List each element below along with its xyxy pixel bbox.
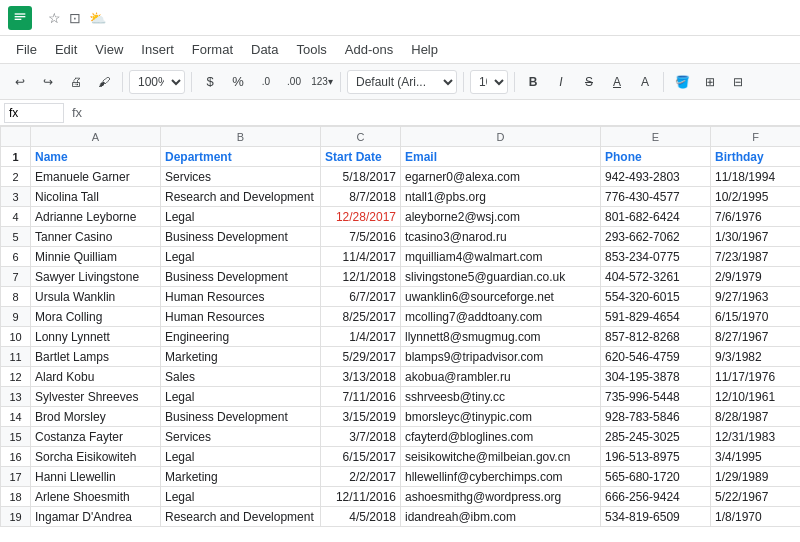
menu-tools[interactable]: Tools xyxy=(288,40,334,59)
cell-phone[interactable]: 293-662-7062 xyxy=(601,227,711,247)
menu-addons[interactable]: Add-ons xyxy=(337,40,401,59)
cell-email[interactable]: tcasino3@narod.ru xyxy=(401,227,601,247)
menu-insert[interactable]: Insert xyxy=(133,40,182,59)
cell-start-date[interactable]: 4/5/2018 xyxy=(321,507,401,527)
col-header-d[interactable]: D xyxy=(401,127,601,147)
cell-birthday[interactable]: 2/9/1979 xyxy=(711,267,801,287)
col-header-f[interactable]: F xyxy=(711,127,801,147)
currency-button[interactable]: $ xyxy=(198,70,222,94)
cell-birthday[interactable]: 9/27/1963 xyxy=(711,287,801,307)
cell-email[interactable]: blamps9@tripadvisor.com xyxy=(401,347,601,367)
menu-format[interactable]: Format xyxy=(184,40,241,59)
cell-start-date[interactable]: 8/7/2018 xyxy=(321,187,401,207)
cell-birthday[interactable]: 7/6/1976 xyxy=(711,207,801,227)
cell-department[interactable]: Legal xyxy=(161,247,321,267)
cell-email[interactable]: bmorsleyc@tinypic.com xyxy=(401,407,601,427)
cell-start-date[interactable]: 6/15/2017 xyxy=(321,447,401,467)
decimal-less-button[interactable]: .0 xyxy=(254,70,278,94)
cell-phone[interactable]: 554-320-6015 xyxy=(601,287,711,307)
cell-name[interactable]: Emanuele Garner xyxy=(31,167,161,187)
cell-department[interactable]: Sales xyxy=(161,367,321,387)
cell-birthday[interactable]: 5/22/1967 xyxy=(711,487,801,507)
cell-email[interactable]: llynnett8@smugmug.com xyxy=(401,327,601,347)
cell-name[interactable]: Sylvester Shreeves xyxy=(31,387,161,407)
cell-phone[interactable]: Phone xyxy=(601,147,711,167)
redo-button[interactable]: ↪ xyxy=(36,70,60,94)
cell-phone[interactable]: 620-546-4759 xyxy=(601,347,711,367)
cell-birthday[interactable]: 12/10/1961 xyxy=(711,387,801,407)
cell-name[interactable]: Costanza Fayter xyxy=(31,427,161,447)
italic-button[interactable]: I xyxy=(549,70,573,94)
cell-birthday[interactable]: 8/28/1987 xyxy=(711,407,801,427)
col-header-a[interactable]: A xyxy=(31,127,161,147)
cell-department[interactable]: Business Development xyxy=(161,407,321,427)
cell-email[interactable]: mcolling7@addtoany.com xyxy=(401,307,601,327)
col-header-b[interactable]: B xyxy=(161,127,321,147)
cell-start-date[interactable]: Start Date xyxy=(321,147,401,167)
cell-email[interactable]: Email xyxy=(401,147,601,167)
cell-department[interactable]: Department xyxy=(161,147,321,167)
format-number-button[interactable]: 123▾ xyxy=(310,70,334,94)
cell-name[interactable]: Nicolina Tall xyxy=(31,187,161,207)
cell-email[interactable]: mquilliam4@walmart.com xyxy=(401,247,601,267)
cell-name[interactable]: Name xyxy=(31,147,161,167)
bold-button[interactable]: B xyxy=(521,70,545,94)
formula-input[interactable] xyxy=(90,106,796,120)
cell-phone[interactable]: 304-195-3878 xyxy=(601,367,711,387)
cell-reference-input[interactable] xyxy=(4,103,64,123)
cell-email[interactable]: hllewellinf@cyberchimps.com xyxy=(401,467,601,487)
cell-start-date[interactable]: 8/25/2017 xyxy=(321,307,401,327)
cell-name[interactable]: Brod Morsley xyxy=(31,407,161,427)
cell-name[interactable]: Mora Colling xyxy=(31,307,161,327)
cell-start-date[interactable]: 6/7/2017 xyxy=(321,287,401,307)
cell-email[interactable]: egarner0@alexa.com xyxy=(401,167,601,187)
cell-email[interactable]: seisikowitche@milbeian.gov.cn xyxy=(401,447,601,467)
cell-department[interactable]: Human Resources xyxy=(161,287,321,307)
cell-phone[interactable]: 928-783-5846 xyxy=(601,407,711,427)
cell-phone[interactable]: 285-245-3025 xyxy=(601,427,711,447)
cell-name[interactable]: Adrianne Leyborne xyxy=(31,207,161,227)
cell-birthday[interactable]: 7/23/1987 xyxy=(711,247,801,267)
cell-start-date[interactable]: 12/28/2017 xyxy=(321,207,401,227)
cell-birthday[interactable]: 1/30/1967 xyxy=(711,227,801,247)
cell-name[interactable]: Sawyer Livingstone xyxy=(31,267,161,287)
cell-email[interactable]: cfayterd@bloglines.com xyxy=(401,427,601,447)
cell-start-date[interactable]: 11/4/2017 xyxy=(321,247,401,267)
cell-department[interactable]: Legal xyxy=(161,387,321,407)
cell-name[interactable]: Tanner Casino xyxy=(31,227,161,247)
cell-birthday[interactable]: 12/31/1983 xyxy=(711,427,801,447)
cell-department[interactable]: Research and Development xyxy=(161,507,321,527)
decimal-more-button[interactable]: .00 xyxy=(282,70,306,94)
menu-help[interactable]: Help xyxy=(403,40,446,59)
cell-phone[interactable]: 776-430-4577 xyxy=(601,187,711,207)
cell-department[interactable]: Business Development xyxy=(161,267,321,287)
cell-email[interactable]: akobua@rambler.ru xyxy=(401,367,601,387)
cell-birthday[interactable]: 6/15/1970 xyxy=(711,307,801,327)
cell-name[interactable]: Ursula Wanklin xyxy=(31,287,161,307)
cell-name[interactable]: Bartlet Lamps xyxy=(31,347,161,367)
percent-button[interactable]: % xyxy=(226,70,250,94)
cell-department[interactable]: Research and Development xyxy=(161,187,321,207)
col-header-e[interactable]: E xyxy=(601,127,711,147)
cell-department[interactable]: Services xyxy=(161,167,321,187)
paint-format-button[interactable]: 🖌 xyxy=(92,70,116,94)
cell-email[interactable]: sshrveesb@tiny.cc xyxy=(401,387,601,407)
print-button[interactable]: 🖨 xyxy=(64,70,88,94)
cell-phone[interactable]: 735-996-5448 xyxy=(601,387,711,407)
cell-name[interactable]: Arlene Shoesmith xyxy=(31,487,161,507)
cell-department[interactable]: Legal xyxy=(161,487,321,507)
merge-button[interactable]: ⊟ xyxy=(726,70,750,94)
cell-name[interactable]: Hanni Llewellin xyxy=(31,467,161,487)
cell-email[interactable]: slivingstone5@guardian.co.uk xyxy=(401,267,601,287)
cell-start-date[interactable]: 3/13/2018 xyxy=(321,367,401,387)
menu-view[interactable]: View xyxy=(87,40,131,59)
undo-button[interactable]: ↩ xyxy=(8,70,32,94)
cell-department[interactable]: Marketing xyxy=(161,467,321,487)
cell-phone[interactable]: 857-812-8268 xyxy=(601,327,711,347)
cell-birthday[interactable]: 3/4/1995 xyxy=(711,447,801,467)
cell-department[interactable]: Human Resources xyxy=(161,307,321,327)
cell-name[interactable]: Alard Kobu xyxy=(31,367,161,387)
cell-name[interactable]: Ingamar D'Andrea xyxy=(31,507,161,527)
cell-birthday[interactable]: 1/29/1989 xyxy=(711,467,801,487)
cell-birthday[interactable]: 9/3/1982 xyxy=(711,347,801,367)
